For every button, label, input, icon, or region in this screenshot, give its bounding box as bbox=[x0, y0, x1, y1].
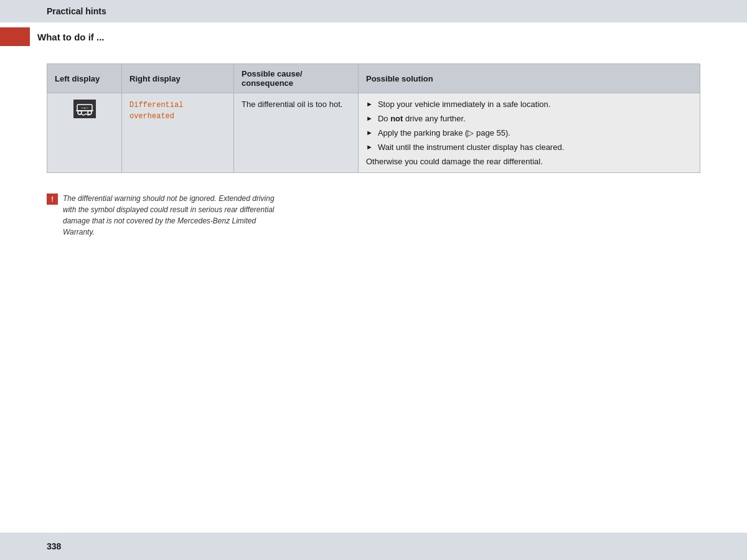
bullet-4: ► bbox=[366, 143, 373, 151]
bottom-footer: 338 bbox=[0, 533, 747, 560]
solution-item-4: ► Wait until the instrument cluster disp… bbox=[366, 142, 692, 152]
col-possible-cause: Possible cause/consequence bbox=[234, 64, 359, 93]
solution-list: ► Stop your vehicle immediately in a saf… bbox=[366, 100, 692, 152]
cause-cell: The differential oil is too hot. bbox=[234, 93, 359, 173]
col-right-display: Right display bbox=[122, 64, 234, 93]
cause-text: The differential oil is too hot. bbox=[242, 100, 342, 109]
page-wrapper: Practical hints What to do if ... Left d… bbox=[0, 0, 747, 560]
solution-note: Otherwise you could damage the rear diff… bbox=[366, 157, 692, 166]
right-display-cell: Differentialoverheated bbox=[122, 93, 234, 173]
header-title: Practical hints bbox=[47, 6, 106, 16]
solution-text-1: Stop your vehicle immediately in a safe … bbox=[378, 100, 550, 109]
page-number: 338 bbox=[47, 541, 61, 551]
bullet-2: ► bbox=[366, 114, 373, 122]
solution-cell: ► Stop your vehicle immediately in a saf… bbox=[359, 93, 700, 173]
top-header: Practical hints bbox=[0, 0, 747, 22]
solution-item-2: ► Do not drive any further. bbox=[366, 114, 692, 123]
bullet-3: ► bbox=[366, 129, 373, 136]
warning-icon: ! bbox=[47, 194, 58, 205]
left-display-cell: ~≈~ bbox=[47, 93, 122, 173]
info-table: Left display Right display Possible caus… bbox=[47, 63, 700, 173]
warning-text: The differential warning should not be i… bbox=[63, 193, 275, 238]
solution-text-4: Wait until the instrument cluster displa… bbox=[378, 142, 564, 152]
col-possible-solution: Possible solution bbox=[359, 64, 700, 93]
section-bar: What to do if ... bbox=[0, 22, 747, 51]
solution-text-2: Do not drive any further. bbox=[378, 114, 466, 123]
diff-icon-svg: ~≈~ bbox=[75, 101, 95, 117]
differential-warning-icon: ~≈~ bbox=[73, 100, 96, 118]
red-marker bbox=[0, 27, 30, 46]
solution-item-3: ► Apply the parking brake (▷ page 55). bbox=[366, 128, 692, 138]
bullet-1: ► bbox=[366, 100, 373, 108]
solution-item-1: ► Stop your vehicle immediately in a saf… bbox=[366, 100, 692, 109]
svg-text:~≈~: ~≈~ bbox=[80, 106, 88, 110]
col-left-display: Left display bbox=[47, 64, 122, 93]
solution-text-3: Apply the parking brake (▷ page 55). bbox=[378, 128, 510, 138]
differential-overheated-text: Differentialoverheated bbox=[129, 101, 183, 121]
warning-note: ! The differential warning should not be… bbox=[47, 193, 700, 238]
section-title: What to do if ... bbox=[37, 32, 104, 42]
table-row: ~≈~ bbox=[47, 93, 700, 173]
main-content: Left display Right display Possible caus… bbox=[0, 51, 747, 533]
